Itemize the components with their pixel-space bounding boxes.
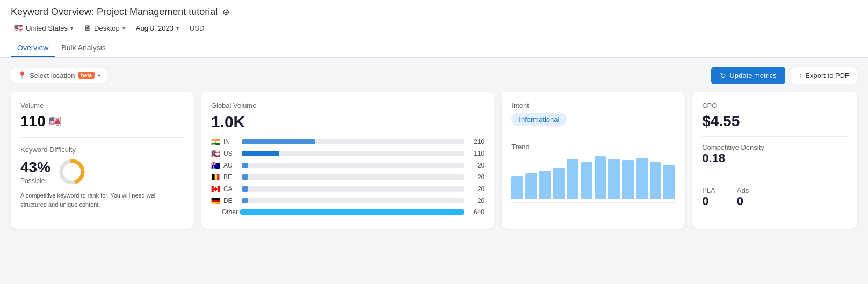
cpc-value: $4.55 — [702, 113, 848, 130]
trend-divider — [511, 202, 675, 203]
ads-item: Ads 0 — [737, 180, 749, 208]
kd-percent: 43% — [20, 159, 50, 176]
cd-divider — [702, 172, 848, 172]
intent-trend-card: Intent Informational Trend — [502, 92, 685, 229]
tabs-row: Overview Bulk Analysis — [11, 39, 857, 57]
cpc-label: CPC — [702, 101, 848, 110]
cpc-divider — [702, 136, 848, 137]
chevron-down-icon-device: ▾ — [122, 25, 125, 31]
global-volume-card: Global Volume 1.0K 🇮🇳IN210🇺🇸US110🇦🇺AU20🇧… — [201, 92, 494, 229]
refresh-icon: ↻ — [720, 71, 726, 80]
intent-divider — [511, 135, 675, 135]
country-row: 🇦🇺AU20 — [211, 161, 484, 170]
export-label: Export to PDF — [805, 71, 849, 79]
country-bars: 🇮🇳IN210🇺🇸US110🇦🇺AU20🇧🇪BE20🇨🇦CA20🇩🇪DE20 — [211, 137, 484, 205]
kd-possible: Possible — [20, 177, 50, 185]
select-location-button[interactable]: 📍 Select location beta ▾ — [11, 68, 107, 83]
kd-row: 43% Possible — [20, 158, 184, 186]
cards-row: Volume 110 🇺🇸 Keyword Difficulty 43% Pos… — [11, 92, 857, 229]
country-flag: 🇺🇸 — [14, 24, 23, 32]
other-bar-fill — [240, 209, 464, 215]
action-buttons: ↻ Update metrics ↑ Export to PDF — [711, 67, 857, 84]
add-keyword-icon[interactable]: ⊕ — [222, 8, 229, 17]
trend-bar — [608, 159, 620, 199]
cd-label: Competitive Density — [702, 143, 848, 151]
location-pin-icon: 📍 — [18, 71, 26, 79]
trend-bar — [581, 162, 592, 199]
ads-label: Ads — [737, 186, 749, 194]
pla-value: 0 — [702, 194, 715, 208]
trend-bar — [553, 168, 565, 199]
trend-bar — [650, 162, 662, 199]
pla-item: PLA 0 — [702, 180, 715, 208]
trend-bars — [511, 156, 675, 199]
export-pdf-button[interactable]: ↑ Export to PDF — [791, 67, 857, 84]
divider — [20, 137, 184, 138]
other-row: Other 640 — [211, 208, 484, 216]
volume-kd-card: Volume 110 🇺🇸 Keyword Difficulty 43% Pos… — [11, 92, 194, 229]
trend-bar — [636, 158, 648, 199]
desktop-icon: 🖥 — [84, 24, 91, 32]
pla-label: PLA — [702, 186, 715, 194]
other-count: 640 — [467, 208, 484, 216]
tab-bulk-analysis[interactable]: Bulk Analysis — [55, 39, 112, 57]
update-metrics-label: Update metrics — [729, 71, 776, 79]
trend-bar — [539, 171, 551, 199]
intent-badge: Informational — [511, 113, 567, 126]
device-label: Desktop — [94, 24, 120, 32]
currency-label: USD — [186, 23, 207, 34]
main-content: 📍 Select location beta ▾ ↻ Update metric… — [0, 58, 868, 237]
device-filter[interactable]: 🖥 Desktop ▾ — [81, 22, 128, 34]
trend-bar — [511, 176, 523, 199]
select-location-label: Select location — [30, 71, 75, 79]
chevron-down-icon-location: ▾ — [98, 72, 100, 78]
country-row: 🇺🇸US110 — [211, 149, 484, 158]
chevron-down-icon: ▾ — [70, 25, 73, 31]
trend-bar — [567, 159, 578, 199]
ads-value: 0 — [737, 194, 749, 208]
country-row: 🇩🇪DE20 — [211, 196, 484, 205]
volume-flag: 🇺🇸 — [49, 115, 61, 127]
volume-value: 110 🇺🇸 — [20, 113, 184, 130]
chevron-down-icon-date: ▾ — [176, 25, 179, 31]
page-title: Keyword Overview: Project Management tut… — [11, 6, 857, 18]
tab-overview[interactable]: Overview — [11, 39, 55, 57]
country-filter[interactable]: 🇺🇸 United States ▾ — [11, 22, 76, 34]
date-label: Aug 8, 2023 — [136, 24, 173, 32]
export-icon: ↑ — [799, 71, 802, 79]
country-label: United States — [26, 24, 68, 32]
trend-bar — [622, 160, 634, 199]
other-bar-track — [240, 209, 464, 215]
pla-ads-row: PLA 0 Ads 0 — [702, 180, 848, 208]
country-row: 🇮🇳IN210 — [211, 137, 484, 146]
trend-bar — [595, 156, 606, 199]
kd-donut-chart — [58, 158, 86, 186]
intent-label: Intent — [511, 101, 675, 110]
other-code: Other — [222, 208, 237, 216]
country-row: 🇧🇪BE20 — [211, 173, 484, 181]
location-bar: 📍 Select location beta ▾ ↻ Update metric… — [11, 67, 857, 84]
cd-value: 0.18 — [702, 151, 848, 165]
kd-description: A competitive keyword to rank for. You w… — [20, 191, 184, 209]
gv-value: 1.0K — [211, 113, 484, 131]
cpc-card: CPC $4.55 Competitive Density 0.18 PLA 0… — [692, 92, 857, 229]
kd-label: Keyword Difficulty — [20, 145, 184, 154]
country-row: 🇨🇦CA20 — [211, 185, 484, 193]
filters-row: 🇺🇸 United States ▾ 🖥 Desktop ▾ Aug 8, 20… — [11, 22, 857, 34]
date-filter[interactable]: Aug 8, 2023 ▾ — [133, 23, 182, 34]
trend-bar — [663, 165, 675, 199]
trend-label: Trend — [511, 143, 675, 151]
volume-label: Volume — [20, 101, 184, 110]
trend-bar — [525, 173, 537, 199]
update-metrics-button[interactable]: ↻ Update metrics — [711, 67, 785, 84]
gv-label: Global Volume — [211, 101, 484, 110]
beta-badge: beta — [78, 72, 95, 79]
